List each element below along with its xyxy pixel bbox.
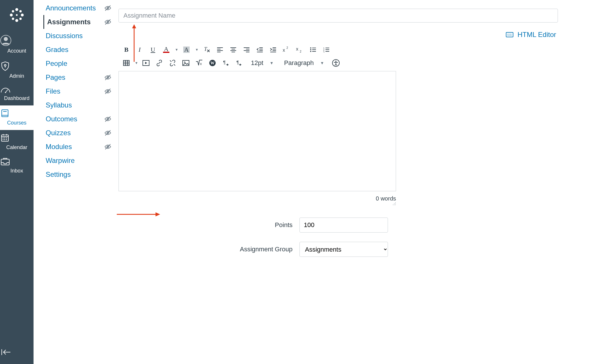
link-icon[interactable] — [153, 57, 166, 69]
svg-rect-23 — [6, 138, 7, 138]
cnav-announcements[interactable]: Announcements — [43, 1, 98, 15]
align-left-icon[interactable] — [213, 44, 227, 55]
font-size-value: 12pt — [251, 59, 263, 67]
points-input[interactable] — [299, 218, 388, 233]
align-center-icon[interactable] — [227, 44, 240, 55]
cnav-discussions[interactable]: Discussions — [43, 29, 85, 43]
svg-point-7 — [19, 18, 22, 20]
nav-calendar[interactable]: Calendar — [0, 130, 34, 155]
cnav-syllabus[interactable]: Syllabus — [43, 98, 74, 112]
nav-inbox-label: Inbox — [10, 168, 23, 174]
svg-marker-110 — [156, 212, 160, 216]
block-format-value: Paragraph — [284, 59, 314, 67]
nav-account-label: Account — [7, 48, 26, 54]
block-format-select[interactable]: Paragraph▼ — [279, 57, 330, 69]
svg-text:¶: ¶ — [223, 60, 226, 65]
hidden-icon — [104, 115, 113, 123]
svg-rect-25 — [4, 139, 5, 140]
svg-line-91 — [174, 64, 175, 66]
svg-text:2: 2 — [300, 50, 301, 53]
annotation-arrow-horizontal — [117, 211, 160, 217]
cnav-pages[interactable]: Pages — [43, 70, 68, 84]
keyboard-shortcuts-icon[interactable] — [506, 32, 513, 37]
bullet-list-icon[interactable] — [306, 44, 320, 55]
wikipedia-icon[interactable]: W — [206, 57, 219, 69]
clear-format-icon[interactable]: T — [200, 44, 213, 55]
image-icon[interactable] — [179, 57, 193, 69]
svg-rect-21 — [3, 138, 3, 138]
equation-icon[interactable]: x — [193, 57, 206, 69]
cnav-modules[interactable]: Modules — [43, 140, 74, 154]
text-color-icon[interactable]: A — [160, 44, 173, 55]
outdent-icon[interactable] — [253, 44, 267, 55]
cnav-files[interactable]: Files — [43, 84, 63, 98]
nav-inbox[interactable]: Inbox — [0, 155, 34, 178]
nav-admin[interactable]: Admin — [0, 58, 34, 83]
shield-icon — [0, 61, 34, 71]
svg-text:x: x — [296, 47, 298, 51]
svg-point-5 — [19, 10, 22, 12]
nav-courses-label: Courses — [7, 120, 26, 126]
svg-marker-89 — [145, 62, 147, 64]
svg-point-101 — [395, 202, 396, 203]
rce-editor-body[interactable] — [119, 71, 396, 191]
svg-text:T: T — [204, 46, 208, 52]
assignment-name-input[interactable] — [119, 9, 558, 23]
bg-color-caret-icon[interactable]: ▼ — [193, 44, 200, 55]
hidden-icon — [104, 143, 113, 151]
nav-courses[interactable]: Courses — [0, 105, 34, 130]
global-nav: Account Admin Dashboard Courses Calendar… — [0, 0, 34, 364]
ltr-icon[interactable]: ¶ — [219, 57, 232, 69]
cnav-people[interactable]: People — [43, 57, 70, 70]
accessibility-icon[interactable] — [329, 57, 343, 69]
cnav-assignments[interactable]: Assignments — [43, 15, 93, 29]
inbox-icon — [0, 157, 34, 166]
font-size-select[interactable]: 12pt▼ — [246, 57, 279, 69]
nav-account[interactable]: Account — [0, 32, 34, 58]
unlink-icon[interactable] — [166, 57, 179, 69]
svg-point-10 — [4, 37, 8, 41]
svg-point-100 — [335, 61, 336, 62]
cnav-grades[interactable]: Grades — [43, 43, 71, 57]
svg-text:¶: ¶ — [236, 60, 239, 65]
book-icon — [0, 108, 34, 118]
subscript-icon[interactable]: x2 — [293, 44, 306, 55]
hidden-icon — [104, 74, 113, 81]
rtl-icon[interactable]: ¶ — [232, 57, 246, 69]
cnav-warpwire[interactable]: Warpwire — [43, 154, 77, 168]
hidden-icon — [104, 129, 113, 137]
nav-collapse[interactable] — [0, 348, 34, 356]
svg-point-72 — [310, 49, 311, 50]
rce-toolbar-row1: B I U A ▼ A ▼ T x2 x2 123 — [119, 42, 558, 56]
numbered-list-icon[interactable]: 123 — [320, 44, 333, 55]
bg-color-icon[interactable]: A — [180, 44, 193, 55]
points-label: Points — [119, 221, 299, 229]
text-color-caret-icon[interactable]: ▼ — [173, 44, 180, 55]
svg-text:x: x — [200, 62, 202, 66]
cnav-quizzes[interactable]: Quizzes — [43, 126, 73, 140]
main-content: HTML Editor B I U A ▼ A ▼ T x2 x2 123 ▼ … — [119, 9, 558, 266]
svg-line-90 — [170, 60, 171, 62]
cnav-settings[interactable]: Settings — [43, 168, 73, 181]
nav-dashboard[interactable]: Dashboard — [0, 83, 34, 105]
brand-logo — [7, 5, 27, 25]
assignment-group-select[interactable]: Assignments — [299, 242, 388, 257]
svg-rect-24 — [3, 139, 3, 140]
svg-rect-22 — [4, 138, 5, 138]
indent-icon[interactable] — [267, 44, 280, 55]
align-right-icon[interactable] — [240, 44, 253, 55]
svg-point-103 — [395, 203, 396, 204]
hidden-icon — [104, 18, 113, 26]
html-editor-link[interactable]: HTML Editor — [517, 31, 556, 39]
cnav-outcomes[interactable]: Outcomes — [43, 112, 79, 126]
resize-handle-icon[interactable] — [392, 201, 396, 205]
svg-point-105 — [394, 205, 395, 205]
superscript-icon[interactable]: x2 — [280, 44, 293, 55]
media-icon[interactable] — [139, 57, 153, 69]
canvas-logo-icon — [9, 7, 25, 23]
svg-point-73 — [310, 51, 311, 52]
gauge-icon — [0, 86, 34, 94]
svg-point-13 — [5, 92, 6, 93]
svg-point-106 — [395, 205, 396, 205]
underline-icon[interactable]: U — [146, 44, 160, 55]
